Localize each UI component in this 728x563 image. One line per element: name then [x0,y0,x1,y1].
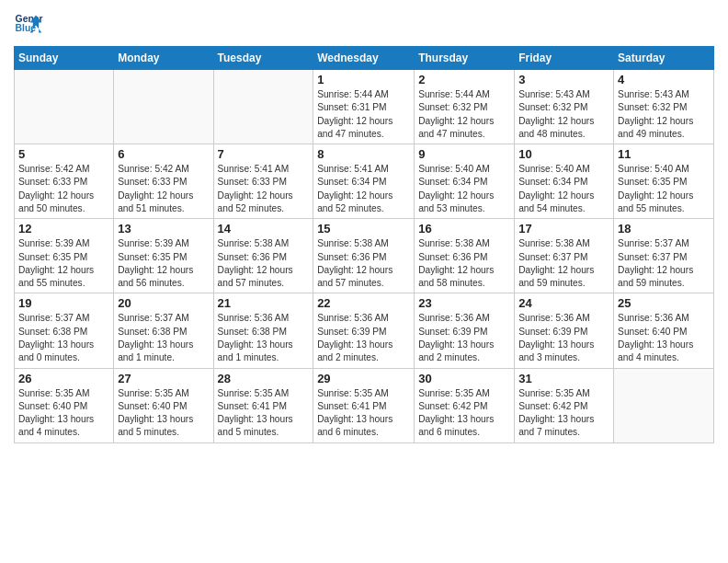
calendar-cell: 16Sunrise: 5:38 AM Sunset: 6:36 PM Dayli… [415,219,515,293]
calendar-cell: 10Sunrise: 5:40 AM Sunset: 6:34 PM Dayli… [515,144,614,219]
day-number: 17 [518,222,609,236]
day-number: 23 [418,296,510,310]
calendar-cell: 9Sunrise: 5:40 AM Sunset: 6:34 PM Daylig… [415,144,515,219]
weekday-header-saturday: Saturday [614,47,714,70]
day-info: Sunrise: 5:35 AM Sunset: 6:40 PM Dayligh… [118,387,209,440]
day-info: Sunrise: 5:42 AM Sunset: 6:33 PM Dayligh… [18,163,109,215]
day-info: Sunrise: 5:38 AM Sunset: 6:36 PM Dayligh… [218,237,310,290]
day-number: 6 [118,147,209,161]
calendar-cell: 12Sunrise: 5:39 AM Sunset: 6:35 PM Dayli… [15,219,114,293]
day-info: Sunrise: 5:39 AM Sunset: 6:35 PM Dayligh… [118,237,209,290]
header: General Blue [14,9,714,39]
calendar-cell: 8Sunrise: 5:41 AM Sunset: 6:34 PM Daylig… [313,144,415,219]
calendar-week-row: 5Sunrise: 5:42 AM Sunset: 6:33 PM Daylig… [15,144,714,219]
day-number: 7 [218,147,310,161]
calendar-cell: 1Sunrise: 5:44 AM Sunset: 6:31 PM Daylig… [313,70,415,144]
day-number: 5 [18,147,109,161]
calendar-cell: 28Sunrise: 5:35 AM Sunset: 6:41 PM Dayli… [213,368,313,442]
calendar-week-row: 12Sunrise: 5:39 AM Sunset: 6:35 PM Dayli… [15,219,714,293]
logo: General Blue [14,9,47,39]
day-number: 26 [18,372,109,385]
calendar-cell: 5Sunrise: 5:42 AM Sunset: 6:33 PM Daylig… [15,144,114,219]
day-info: Sunrise: 5:37 AM Sunset: 6:38 PM Dayligh… [118,312,209,364]
day-info: Sunrise: 5:40 AM Sunset: 6:35 PM Dayligh… [618,163,710,215]
day-info: Sunrise: 5:39 AM Sunset: 6:35 PM Dayligh… [18,237,109,290]
calendar-cell: 19Sunrise: 5:37 AM Sunset: 6:38 PM Dayli… [15,293,114,368]
day-number: 31 [518,372,609,385]
calendar-week-row: 1Sunrise: 5:44 AM Sunset: 6:31 PM Daylig… [15,70,714,144]
day-info: Sunrise: 5:41 AM Sunset: 6:34 PM Dayligh… [317,163,410,215]
weekday-header-friday: Friday [515,47,614,70]
calendar-week-row: 26Sunrise: 5:35 AM Sunset: 6:40 PM Dayli… [15,368,714,442]
logo-icon: General Blue [14,9,43,39]
calendar-cell [114,70,213,144]
calendar-cell: 21Sunrise: 5:36 AM Sunset: 6:38 PM Dayli… [213,293,313,368]
day-number: 30 [418,372,510,385]
day-info: Sunrise: 5:42 AM Sunset: 6:33 PM Dayligh… [118,163,209,215]
calendar-cell [15,70,114,144]
day-number: 13 [118,222,209,236]
day-info: Sunrise: 5:37 AM Sunset: 6:37 PM Dayligh… [618,237,710,290]
calendar-cell: 23Sunrise: 5:36 AM Sunset: 6:39 PM Dayli… [415,293,515,368]
calendar-cell: 27Sunrise: 5:35 AM Sunset: 6:40 PM Dayli… [114,368,213,442]
calendar-week-row: 19Sunrise: 5:37 AM Sunset: 6:38 PM Dayli… [15,293,714,368]
day-number: 21 [218,296,310,310]
calendar-cell: 15Sunrise: 5:38 AM Sunset: 6:36 PM Dayli… [313,219,415,293]
weekday-header-wednesday: Wednesday [313,47,415,70]
day-number: 16 [418,222,510,236]
day-number: 27 [118,372,209,385]
day-number: 18 [618,222,710,236]
calendar-cell [614,368,714,442]
calendar-cell: 30Sunrise: 5:35 AM Sunset: 6:42 PM Dayli… [415,368,515,442]
day-info: Sunrise: 5:38 AM Sunset: 6:37 PM Dayligh… [518,237,609,290]
day-info: Sunrise: 5:35 AM Sunset: 6:42 PM Dayligh… [418,387,510,440]
day-info: Sunrise: 5:36 AM Sunset: 6:38 PM Dayligh… [218,312,310,364]
calendar-cell: 29Sunrise: 5:35 AM Sunset: 6:41 PM Dayli… [313,368,415,442]
day-number: 24 [518,296,609,310]
calendar-cell [213,70,313,144]
calendar-cell: 22Sunrise: 5:36 AM Sunset: 6:39 PM Dayli… [313,293,415,368]
day-number: 4 [618,73,710,86]
day-info: Sunrise: 5:44 AM Sunset: 6:31 PM Dayligh… [317,88,410,141]
day-info: Sunrise: 5:38 AM Sunset: 6:36 PM Dayligh… [317,237,410,290]
day-info: Sunrise: 5:40 AM Sunset: 6:34 PM Dayligh… [418,163,510,215]
day-info: Sunrise: 5:36 AM Sunset: 6:39 PM Dayligh… [518,312,609,364]
calendar-cell: 25Sunrise: 5:36 AM Sunset: 6:40 PM Dayli… [614,293,714,368]
day-number: 29 [317,372,410,385]
day-number: 9 [418,147,510,161]
day-number: 14 [218,222,310,236]
day-info: Sunrise: 5:38 AM Sunset: 6:36 PM Dayligh… [418,237,510,290]
calendar-cell: 3Sunrise: 5:43 AM Sunset: 6:32 PM Daylig… [515,70,614,144]
calendar-cell: 31Sunrise: 5:35 AM Sunset: 6:42 PM Dayli… [515,368,614,442]
day-info: Sunrise: 5:35 AM Sunset: 6:40 PM Dayligh… [18,387,109,440]
day-number: 20 [118,296,209,310]
calendar-cell: 6Sunrise: 5:42 AM Sunset: 6:33 PM Daylig… [114,144,213,219]
day-info: Sunrise: 5:43 AM Sunset: 6:32 PM Dayligh… [618,88,710,141]
calendar-cell: 4Sunrise: 5:43 AM Sunset: 6:32 PM Daylig… [614,70,714,144]
day-number: 28 [218,372,310,385]
weekday-header-tuesday: Tuesday [213,47,313,70]
day-info: Sunrise: 5:36 AM Sunset: 6:40 PM Dayligh… [618,312,710,364]
calendar-cell: 26Sunrise: 5:35 AM Sunset: 6:40 PM Dayli… [15,368,114,442]
day-number: 3 [518,73,609,86]
day-info: Sunrise: 5:37 AM Sunset: 6:38 PM Dayligh… [18,312,109,364]
weekday-header-thursday: Thursday [415,47,515,70]
calendar-table: SundayMondayTuesdayWednesdayThursdayFrid… [14,46,714,443]
day-number: 19 [18,296,109,310]
calendar-cell: 7Sunrise: 5:41 AM Sunset: 6:33 PM Daylig… [213,144,313,219]
calendar-cell: 18Sunrise: 5:37 AM Sunset: 6:37 PM Dayli… [614,219,714,293]
calendar-cell: 14Sunrise: 5:38 AM Sunset: 6:36 PM Dayli… [213,219,313,293]
day-info: Sunrise: 5:41 AM Sunset: 6:33 PM Dayligh… [218,163,310,215]
day-info: Sunrise: 5:36 AM Sunset: 6:39 PM Dayligh… [418,312,510,364]
day-info: Sunrise: 5:40 AM Sunset: 6:34 PM Dayligh… [518,163,609,215]
day-number: 10 [518,147,609,161]
day-info: Sunrise: 5:35 AM Sunset: 6:41 PM Dayligh… [317,387,410,440]
day-number: 15 [317,222,410,236]
day-info: Sunrise: 5:44 AM Sunset: 6:32 PM Dayligh… [418,88,510,141]
day-number: 8 [317,147,410,161]
calendar-cell: 13Sunrise: 5:39 AM Sunset: 6:35 PM Dayli… [114,219,213,293]
day-info: Sunrise: 5:35 AM Sunset: 6:42 PM Dayligh… [518,387,609,440]
day-info: Sunrise: 5:43 AM Sunset: 6:32 PM Dayligh… [518,88,609,141]
day-number: 25 [618,296,710,310]
day-number: 1 [317,73,410,86]
